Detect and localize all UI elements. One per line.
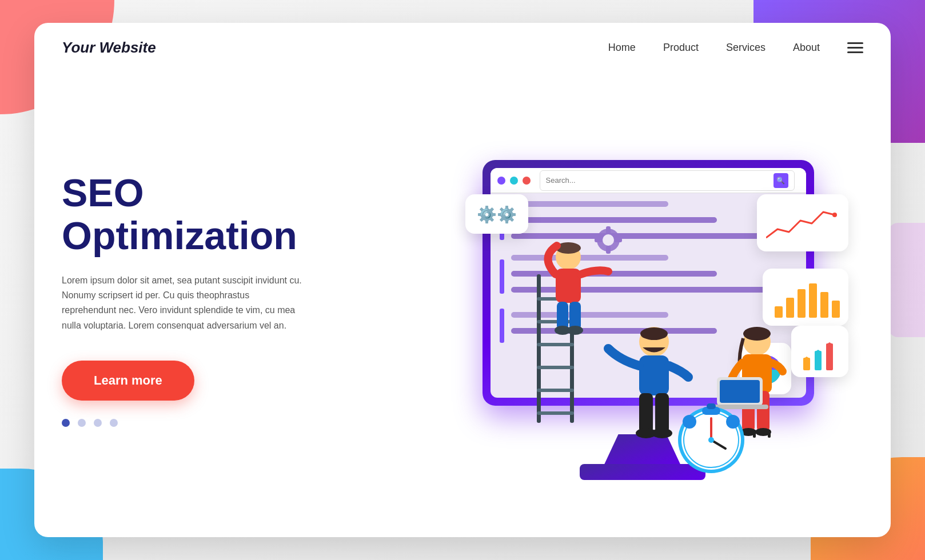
hamburger-line-1: [847, 42, 863, 44]
browser-chrome-bar: 🔍: [491, 168, 806, 193]
dot-1[interactable]: [62, 419, 70, 427]
site-logo: Your Website: [62, 39, 608, 57]
right-panel: 🔍: [394, 73, 891, 537]
dot-3[interactable]: [94, 419, 102, 427]
svg-line-58: [711, 440, 725, 449]
pie-chart-bubble: [740, 343, 791, 394]
search-input[interactable]: [546, 176, 774, 185]
content-row-3: [500, 309, 797, 343]
search-icon: 🔍: [776, 177, 785, 185]
content-row-1: [500, 201, 797, 245]
content-row-2: [500, 255, 797, 298]
svg-point-54: [678, 407, 744, 473]
hero-title-line1: SEO: [62, 171, 144, 214]
carousel-dots: [62, 419, 366, 427]
svg-rect-50: [768, 430, 771, 438]
monitor-illustration: 🔍: [448, 160, 837, 526]
learn-more-button[interactable]: Learn more: [62, 361, 194, 401]
content-area: SEO Optimization Lorem ipsum dolor sit a…: [34, 73, 891, 537]
clock-illustration: [678, 403, 744, 473]
svg-marker-13: [826, 342, 833, 345]
svg-rect-48: [753, 430, 756, 438]
svg-rect-2: [786, 298, 794, 318]
line-chart-svg: [766, 203, 840, 243]
svg-point-59: [708, 437, 714, 443]
left-panel: SEO Optimization Lorem ipsum dolor sit a…: [34, 73, 394, 537]
svg-point-0: [832, 213, 837, 217]
content-line-5: [511, 271, 717, 277]
content-lines-group-3: [511, 312, 797, 339]
content-line-4: [511, 255, 668, 261]
search-button[interactable]: 🔍: [774, 173, 788, 188]
nav-link-services[interactable]: Services: [726, 42, 765, 53]
content-line-8: [511, 328, 717, 334]
monitor-stand: [603, 434, 683, 469]
monitor-base: [580, 464, 705, 480]
svg-point-47: [740, 428, 756, 436]
svg-rect-12: [826, 343, 833, 370]
svg-point-63: [726, 415, 740, 429]
hero-title-line2: Optimization: [62, 214, 297, 257]
page-wrapper: Your Website Home Product Services About: [0, 0, 925, 560]
nav-link-about[interactable]: About: [793, 42, 820, 53]
svg-point-49: [755, 428, 771, 436]
svg-rect-3: [798, 289, 806, 318]
browser-dot-red: [523, 177, 531, 185]
content-line-6: [511, 287, 768, 293]
content-line-3: [511, 233, 768, 239]
main-card: Your Website Home Product Services About: [34, 23, 891, 537]
svg-marker-11: [815, 350, 822, 352]
svg-point-56: [684, 413, 739, 467]
arrows-chart-svg: [800, 335, 840, 372]
nav-item-services[interactable]: Services: [726, 42, 765, 54]
hamburger-menu[interactable]: [847, 42, 863, 53]
bar-chart-bubble: [763, 269, 848, 326]
nav-item-about[interactable]: About: [793, 42, 820, 54]
hamburger-line-3: [847, 51, 863, 53]
nav-item-product[interactable]: Product: [663, 42, 699, 54]
bar-chart-svg: [772, 278, 840, 319]
gear-icon: ⚙️⚙️: [477, 206, 517, 223]
svg-rect-5: [820, 292, 828, 318]
dot-4[interactable]: [110, 419, 118, 427]
navbar: Your Website Home Product Services About: [34, 23, 891, 73]
content-block-accent-2: [500, 259, 504, 294]
browser-dot-purple: [497, 177, 505, 185]
content-block-accent-3: [500, 309, 504, 343]
svg-rect-21: [537, 411, 574, 415]
svg-rect-10: [815, 351, 822, 370]
content-line-2: [511, 217, 717, 223]
arrows-chart-bubble: [791, 326, 848, 377]
nav-link-product[interactable]: Product: [663, 42, 699, 53]
svg-rect-1: [775, 306, 783, 318]
nav-links: Home Product Services About: [608, 42, 820, 54]
svg-rect-60: [702, 407, 720, 415]
content-lines-group-2: [511, 255, 797, 298]
svg-point-62: [683, 415, 696, 429]
gear-bubble: ⚙️⚙️: [465, 194, 528, 234]
nav-item-home[interactable]: Home: [608, 42, 636, 54]
svg-marker-9: [803, 357, 810, 359]
svg-rect-4: [809, 283, 817, 318]
svg-rect-6: [832, 301, 840, 318]
svg-point-55: [681, 410, 741, 470]
hero-title: SEO Optimization: [62, 171, 366, 257]
dot-2[interactable]: [78, 419, 86, 427]
pie-chart-svg: [749, 352, 784, 387]
content-line-1: [511, 201, 668, 207]
nav-link-home[interactable]: Home: [608, 42, 636, 53]
line-chart-bubble: [757, 194, 848, 251]
content-line-7: [511, 312, 668, 318]
browser-search-bar[interactable]: 🔍: [540, 170, 795, 191]
hamburger-line-2: [847, 47, 863, 49]
browser-dot-teal: [510, 177, 518, 185]
content-lines-group-1: [511, 201, 797, 245]
svg-rect-8: [803, 358, 810, 370]
hero-description: Lorem ipsum dolor sit amet, sea putant s…: [62, 273, 302, 334]
